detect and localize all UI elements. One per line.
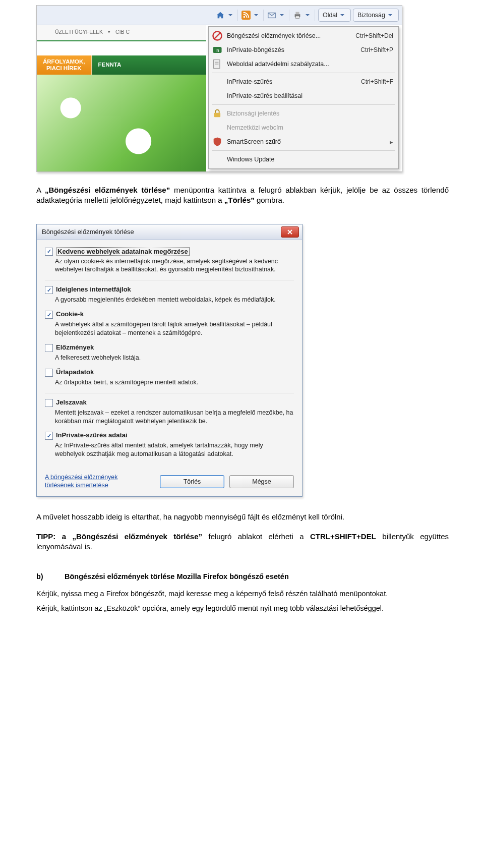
checkbox-label: Kedvenc webhelyek adatainak megőrzése — [56, 247, 190, 256]
page-button-label: Oldal — [323, 12, 337, 19]
svg-rect-4 — [295, 12, 299, 15]
nav-item[interactable]: CIB C — [115, 29, 130, 35]
checkbox-label[interactable]: Űrlapadatok — [56, 368, 94, 376]
menu-label: InPrivate-szűrés beállításai — [227, 92, 393, 99]
nav-item[interactable]: ÜZLETI ÜGYFELEK — [55, 29, 103, 35]
checkbox[interactable] — [45, 311, 53, 319]
security-button[interactable]: Biztonság — [353, 9, 399, 22]
menu-item-inprivate-filter-settings[interactable]: InPrivate-szűrés beállításai — [209, 89, 398, 103]
security-dropdown-menu: Böngészési előzmények törlése... Ctrl+Sh… — [208, 26, 399, 169]
cancel-button[interactable]: Mégse — [229, 475, 294, 488]
tab-sustainability[interactable]: FENNTA — [92, 55, 207, 75]
mail-icon[interactable] — [267, 10, 277, 20]
security-button-label: Biztonság — [357, 12, 385, 19]
tab-label: ÁRFOLYAMOK, — [43, 59, 85, 65]
checkbox-label[interactable]: Cookie-k — [56, 310, 84, 318]
svg-rect-13 — [214, 113, 220, 118]
section-title: Böngészési előzmények törlése Mozilla Fi… — [65, 572, 289, 582]
page-button[interactable]: Oldal — [318, 9, 351, 22]
dropdown-caret[interactable] — [254, 14, 258, 16]
dialog-checkbox-group: JelszavakMentett jelszavak – ezeket a re… — [45, 398, 294, 426]
checkbox-description: Az InPrivate-szűrés által mentett adatok… — [55, 441, 294, 458]
dropdown-caret — [340, 14, 344, 16]
dialog-checkbox-group: ŰrlapadatokAz űrlapokba beírt, a számító… — [45, 368, 294, 387]
webpage-background: ÜZLETI ÜGYFELEK ▾ CIB C ÁRFOLYAMOK, PIAC… — [37, 25, 206, 171]
checkbox-description: Mentett jelszavak – ezeket a rendszer au… — [55, 409, 294, 426]
menu-item-security-report: Biztonsági jelentés — [209, 106, 398, 121]
dropdown-caret[interactable] — [306, 14, 310, 16]
menu-item-inprivate-browsing[interactable]: In InPrivate-böngészés Ctrl+Shift+P — [209, 43, 398, 57]
section-letter: b) — [36, 572, 48, 582]
menu-label: Windows Update — [227, 156, 393, 163]
checkbox-description: A gyorsabb megjelenítés érdekében mentet… — [55, 296, 294, 304]
checkbox[interactable] — [45, 432, 53, 440]
checkbox-label[interactable]: Kedvenc webhelyek adatainak megőrzése — [56, 247, 190, 256]
svg-rect-5 — [295, 16, 299, 19]
menu-label: Böngészési előzmények törlése... — [227, 32, 351, 39]
dialog-checkbox-group: ElőzményekA felkeresett webhelyek listáj… — [45, 343, 294, 362]
menu-item-privacy-policy[interactable]: Weboldal adatvédelmi szabályzata... — [209, 57, 398, 71]
checkbox[interactable] — [45, 344, 53, 352]
dialog-checkbox-group: InPrivate-szűrés adataiAz InPrivate-szűr… — [45, 431, 294, 458]
menu-item-windows-update[interactable]: Windows Update — [209, 152, 398, 166]
submenu-arrow-icon: ▸ — [390, 138, 393, 146]
paragraph-1: A „Böngészési előzmények törlése” menüpo… — [36, 185, 449, 206]
tab-rates-news[interactable]: ÁRFOLYAMOK, PIACI HÍREK — [37, 55, 92, 75]
menu-shortcut: Ctrl+Shift+P — [360, 46, 393, 53]
menu-shortcut: Ctrl+Shift+F — [361, 78, 393, 85]
delete-button[interactable]: Törlés — [160, 475, 224, 488]
menu-label: Nemzetközi webcím — [227, 124, 393, 131]
dropdown-caret[interactable] — [228, 14, 232, 16]
printer-icon[interactable] — [292, 10, 302, 20]
svg-text:In: In — [215, 48, 219, 53]
section-b-p1: Kérjük, nyissa meg a Firefox böngészőt, … — [36, 589, 449, 599]
close-button[interactable] — [281, 226, 299, 238]
section-b-p2: Kérjük, kattintson az „Eszközök” opcióra… — [36, 604, 449, 614]
section-b: b) Böngészési előzmények törlése Mozilla… — [36, 572, 449, 614]
about-link[interactable]: A böngészési előzmények törlésének ismer… — [45, 474, 118, 489]
ie-toolbar-screenshot: Oldal Biztonság ÜZLETI ÜGYFELEK ▾ CIB C … — [36, 5, 402, 172]
lock-icon — [212, 109, 223, 118]
dialog-checkbox-group: Ideiglenes internetfájlokA gyorsabb megj… — [45, 285, 294, 304]
menu-item-delete-history[interactable]: Böngészési előzmények törlése... Ctrl+Sh… — [209, 29, 398, 43]
menu-label: InPrivate-szűrés — [227, 78, 357, 85]
dialog-checkbox-group: Cookie-kA webhelyek által a számítógépen… — [45, 310, 294, 337]
checkbox[interactable] — [45, 369, 53, 377]
menu-item-inprivate-filter[interactable]: InPrivate-szűrés Ctrl+Shift+F — [209, 75, 398, 89]
checkbox-label[interactable]: Jelszavak — [56, 398, 87, 406]
home-icon[interactable] — [215, 10, 225, 20]
dropdown-caret[interactable] — [280, 14, 284, 16]
checkbox[interactable] — [45, 286, 53, 294]
menu-item-smartscreen[interactable]: SmartScreen szűrő ▸ — [209, 135, 398, 149]
menu-label: SmartScreen szűrő — [227, 138, 383, 145]
tab-label: FENNTA — [98, 62, 122, 68]
svg-line-7 — [214, 33, 220, 39]
dropdown-caret — [388, 14, 392, 16]
dialog-title-text: Böngészési előzmények törlése — [42, 228, 134, 236]
checkbox[interactable] — [45, 399, 53, 407]
menu-label: InPrivate-böngészés — [227, 46, 356, 53]
checkbox-description: Az olyan cookie-k és internetfájlok megő… — [55, 257, 294, 274]
delete-history-dialog: Böngészési előzmények törlése Kedvenc we… — [36, 224, 302, 497]
dialog-titlebar: Böngészési előzmények törlése — [37, 224, 302, 240]
menu-shortcut: Ctrl+Shift+Del — [355, 32, 393, 39]
dialog-checkbox-group: Kedvenc webhelyek adatainak megőrzéseAz … — [45, 247, 294, 274]
delete-history-icon — [212, 31, 223, 40]
tab-label: PIACI HÍREK — [46, 65, 82, 71]
checkbox[interactable] — [45, 248, 53, 256]
menu-label: Biztonsági jelentés — [227, 110, 393, 117]
checkbox-description: A felkeresett webhelyek listája. — [55, 354, 294, 362]
rss-icon[interactable] — [241, 10, 251, 20]
paragraph-tip: TIPP: a „Böngészési előzmények törlése” … — [36, 532, 449, 552]
checkbox-label[interactable]: InPrivate-szűrés adatai — [56, 431, 128, 439]
checkbox-description: A webhelyek által a számítógépen tárolt … — [55, 320, 294, 337]
checkbox-label[interactable]: Előzmények — [56, 343, 94, 351]
paragraph-2: A művelet hosszabb ideig is eltarthat, h… — [36, 512, 449, 522]
menu-label: Weboldal adatvédelmi szabályzata... — [227, 61, 393, 68]
privacy-policy-icon — [212, 60, 223, 69]
svg-point-1 — [244, 16, 246, 18]
smartscreen-icon — [212, 137, 223, 146]
inprivate-icon: In — [212, 45, 223, 54]
menu-item-international-url: Nemzetközi webcím — [209, 121, 398, 135]
checkbox-label[interactable]: Ideiglenes internetfájlok — [56, 285, 131, 293]
